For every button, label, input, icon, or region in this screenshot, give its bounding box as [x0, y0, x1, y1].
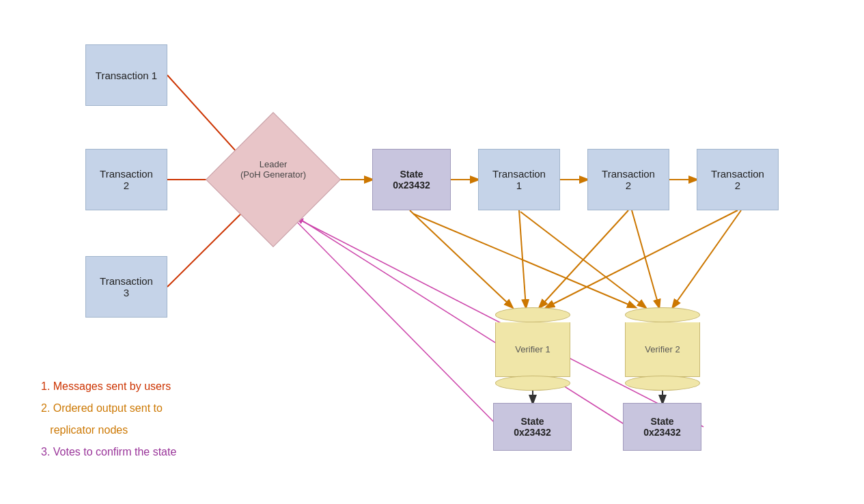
svg-line-17 [287, 212, 499, 427]
state-bottom-2-label: State0x23432 [643, 416, 681, 438]
svg-line-12 [520, 212, 645, 307]
verifier-2-label: Verifier 2 [645, 344, 680, 354]
state-top-box: State0x23432 [372, 149, 451, 210]
tx-right-3-label: Transaction2 [711, 168, 764, 191]
svg-line-18 [294, 215, 628, 427]
svg-line-8 [519, 210, 526, 307]
verifier-2-container: Verifier 2 [625, 307, 700, 391]
state-top-label: State0x23432 [393, 169, 430, 191]
transaction-2-label: Transaction2 [100, 168, 153, 191]
verifier-1-bottom [495, 376, 570, 391]
tx-right-2-label: Transaction2 [602, 168, 655, 191]
verifier-2-bottom [625, 376, 700, 391]
verifier-2-top [625, 307, 700, 322]
svg-line-11 [413, 214, 635, 307]
legend-item-3: 3. Votes to confirm the state [41, 441, 176, 463]
state-bottom-2-box: State0x23432 [623, 403, 701, 451]
verifier-1-label: Verifier 1 [515, 344, 550, 354]
state-bottom-1-box: State0x23432 [493, 403, 572, 451]
svg-line-13 [632, 210, 659, 307]
transaction-3-box: Transaction3 [85, 256, 167, 318]
svg-line-10 [546, 210, 738, 307]
tx-right-3-box: Transaction2 [697, 149, 779, 210]
leader-label: Leader(PoH Generator) [229, 159, 318, 180]
transaction-1-label: Transaction 1 [96, 70, 157, 81]
state-bottom-1-label: State0x23432 [514, 416, 551, 438]
diagram-container: Transaction 1 Transaction2 Transaction3 … [0, 0, 864, 504]
transaction-2-box: Transaction2 [85, 149, 167, 210]
tx-right-1-box: Transaction1 [478, 149, 560, 210]
tx-right-2-box: Transaction2 [587, 149, 669, 210]
transaction-3-label: Transaction3 [100, 275, 153, 298]
legend-item-2: 2. Ordered output sent to replicator nod… [41, 397, 176, 441]
svg-line-7 [410, 210, 512, 307]
tx-right-1-label: Transaction1 [492, 168, 546, 191]
verifier-1-top [495, 307, 570, 322]
verifier-1-body: Verifier 1 [495, 322, 570, 377]
legend: 1. Messages sent by users 2. Ordered out… [41, 376, 176, 463]
legend-item-1: 1. Messages sent by users [41, 376, 176, 397]
verifier-1-container: Verifier 1 [495, 307, 570, 391]
verifier-2-body: Verifier 2 [625, 322, 700, 377]
transaction-1-box: Transaction 1 [85, 44, 167, 106]
svg-line-14 [673, 210, 741, 307]
leader-diamond [206, 112, 341, 247]
svg-line-9 [540, 210, 628, 307]
